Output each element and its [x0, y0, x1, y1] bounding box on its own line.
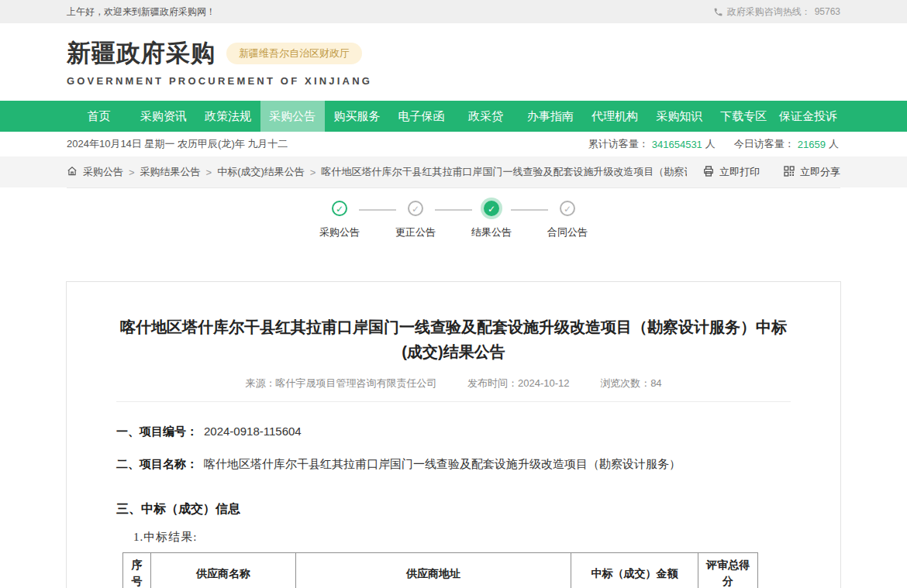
nav-item-2[interactable]: 采购资讯	[131, 101, 195, 132]
award-result-table: 序号供应商名称供应商地址中标（成交）金额评审总得分1永忠工程管理（集团）有限公司…	[122, 552, 758, 588]
date-text: 2024年10月14日 星期一 农历甲辰(龙)年 九月十二	[67, 137, 288, 151]
nav-item-11[interactable]: 下载专区	[712, 101, 776, 132]
main-nav: 首页采购资讯政策法规采购公告购买服务电子保函政采贷办事指南代理机构采购知识下载专…	[0, 101, 907, 132]
authority-badge: 新疆维吾尔自治区财政厅	[226, 43, 362, 64]
hotline-number: 95763	[815, 6, 840, 17]
notice-card: 喀什地区塔什库尔干县红其拉甫口岸国门一线查验及配套设施升级改造项目（勘察设计服务…	[66, 281, 841, 588]
site-header: 新疆政府采购 新疆维吾尔自治区财政厅 GOVERNMENT PROCUREMEN…	[0, 23, 907, 101]
today-visits-value: 21659	[798, 139, 826, 150]
site-name: 新疆政府采购	[67, 37, 216, 70]
table-header: 供应商名称	[151, 553, 296, 588]
step-label: 合同公告	[547, 225, 588, 239]
check-icon: ✓	[560, 201, 575, 216]
home-icon[interactable]	[67, 166, 78, 179]
notice-title: 喀什地区塔什库尔干县红其拉甫口岸国门一线查验及配套设施升级改造项目（勘察设计服务…	[116, 315, 791, 364]
total-visits-value: 341654531	[652, 139, 702, 150]
breadcrumb-link-3[interactable]: 中标(成交)结果公告	[217, 165, 305, 179]
breadcrumb-separator: >	[310, 167, 316, 178]
nav-item-6[interactable]: 电子保函	[389, 101, 454, 132]
phone-icon	[713, 7, 723, 17]
share-label: 立即分享	[800, 165, 840, 179]
welcome-text: 上午好，欢迎来到新疆政府采购网！	[67, 5, 216, 19]
step-4: ✓合同公告	[558, 201, 577, 216]
table-header: 评审总得分	[698, 553, 758, 588]
project-number-value: 2024-0918-115604	[204, 425, 302, 438]
print-button[interactable]: 立即打印	[702, 165, 760, 180]
project-name-row: 二、项目名称：喀什地区塔什库尔干县红其拉甫口岸国门一线查验及配套设施升级改造项目…	[116, 455, 791, 473]
total-visits-label: 累计访客量：	[588, 137, 649, 151]
printer-icon	[702, 165, 715, 180]
hotline: 政府采购咨询热线： 95763	[713, 5, 840, 19]
nav-item-10[interactable]: 采购知识	[647, 101, 712, 132]
source: 来源：喀什宇晟项目管理咨询有限责任公司	[245, 377, 436, 389]
step-connector	[435, 209, 472, 211]
step-label: 更正公告	[395, 225, 436, 239]
total-visits-unit: 人	[705, 137, 716, 151]
publish-time: 发布时间：2024-10-12	[467, 377, 570, 389]
breadcrumb-link-1[interactable]: 采购公告	[83, 165, 123, 179]
announcement-steps: ✓采购公告✓更正公告✓结果公告✓合同公告	[0, 201, 907, 244]
table-header-row: 序号供应商名称供应商地址中标（成交）金额评审总得分	[123, 553, 758, 588]
project-name-value: 喀什地区塔什库尔干县红其拉甫口岸国门一线查验及配套设施升级改造项目（勘察设计服务…	[204, 457, 681, 470]
notice-meta: 来源：喀什宇晟项目管理咨询有限责任公司 发布时间：2024-10-12 浏览次数…	[116, 377, 791, 390]
qr-code-icon	[783, 165, 795, 180]
step-3: ✓结果公告	[482, 201, 501, 216]
view-count: 浏览次数：84	[600, 377, 661, 389]
share-button[interactable]: 立即分享	[783, 165, 840, 180]
hotline-label: 政府采购咨询热线：	[727, 5, 811, 19]
breadcrumb-current: 喀什地区塔什库尔干县红其拉甫口岸国门一线查验及配套设施升级改造项目（勘察设计服务…	[321, 165, 687, 179]
project-name-label: 二、项目名称：	[116, 457, 198, 470]
step-connector	[359, 209, 396, 211]
divider	[67, 187, 840, 188]
project-number-label: 一、项目编号：	[116, 425, 198, 438]
nav-item-4[interactable]: 采购公告	[260, 101, 325, 132]
step-1: ✓采购公告	[330, 201, 349, 216]
check-icon: ✓	[332, 201, 347, 216]
info-bar: 2024年10月14日 星期一 农历甲辰(龙)年 九月十二 累计访客量： 341…	[0, 132, 907, 156]
step-2: ✓更正公告	[406, 201, 425, 216]
nav-item-12[interactable]: 保证金投诉	[776, 101, 840, 132]
today-visits-label: 今日访客量：	[734, 137, 795, 151]
breadcrumb: 采购公告>采购结果公告>中标(成交)结果公告>喀什地区塔什库尔干县红其拉甫口岸国…	[67, 165, 687, 179]
check-icon: ✓	[408, 201, 423, 216]
site-logo[interactable]: 新疆政府采购 新疆维吾尔自治区财政厅 GOVERNMENT PROCUREMEN…	[67, 37, 372, 87]
breadcrumb-separator: >	[129, 167, 135, 178]
nav-item-5[interactable]: 购买服务	[325, 101, 389, 132]
award-result-label: 1.中标结果:	[133, 530, 791, 545]
visit-stats: 累计访客量： 341654531 人 今日访客量： 21659 人	[588, 137, 840, 151]
nav-item-9[interactable]: 代理机构	[582, 101, 647, 132]
check-icon: ✓	[484, 201, 499, 216]
page-actions: 立即打印 立即分享	[702, 165, 840, 180]
notice-body: 一、项目编号：2024-0918-115604 二、项目名称：喀什地区塔什库尔干…	[116, 422, 791, 588]
table-header: 中标（成交）金额	[571, 553, 698, 588]
today-visits-unit: 人	[829, 137, 839, 151]
breadcrumb-link-2[interactable]: 采购结果公告	[140, 165, 201, 179]
nav-item-7[interactable]: 政采贷	[454, 101, 518, 132]
project-number-row: 一、项目编号：2024-0918-115604	[116, 422, 791, 441]
site-subtitle: GOVERNMENT PROCUREMENT OF XINJIANG	[67, 75, 372, 87]
table-header: 供应商地址	[296, 553, 571, 588]
divider	[116, 401, 791, 402]
step-label: 结果公告	[471, 225, 512, 239]
nav-item-1[interactable]: 首页	[67, 101, 131, 132]
table-header: 序号	[123, 553, 151, 588]
step-label: 采购公告	[319, 225, 360, 239]
breadcrumb-separator: >	[206, 167, 212, 178]
print-label: 立即打印	[719, 165, 760, 179]
award-info-heading: 三、中标（成交）信息	[116, 501, 791, 518]
topbar: 上午好，欢迎来到新疆政府采购网！ 政府采购咨询热线： 95763	[0, 0, 907, 23]
breadcrumb-bar: 采购公告>采购结果公告>中标(成交)结果公告>喀什地区塔什库尔干县红其拉甫口岸国…	[0, 156, 907, 187]
nav-item-8[interactable]: 办事指南	[518, 101, 582, 132]
step-connector	[511, 209, 548, 211]
nav-item-3[interactable]: 政策法规	[195, 101, 260, 132]
